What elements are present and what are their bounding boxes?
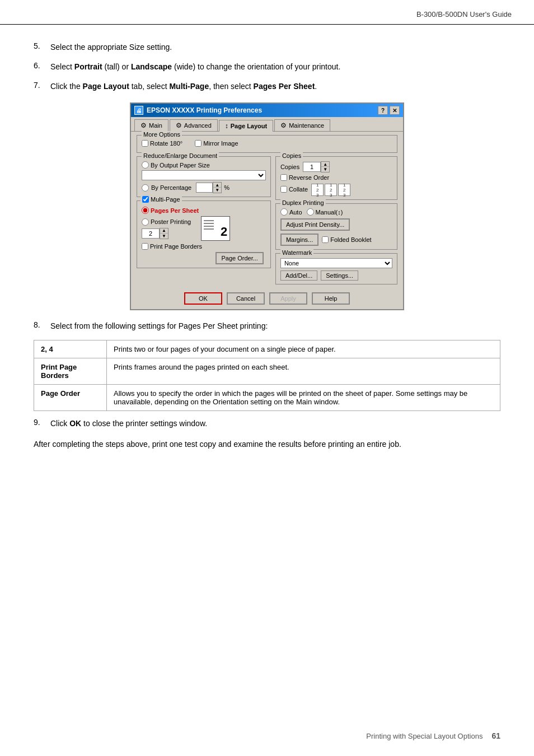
mirror-label: Mirror Image — [203, 140, 238, 147]
pages-down-arrow[interactable]: ▼ — [160, 234, 168, 239]
reverse-order-label[interactable]: Reverse Order — [280, 174, 392, 181]
copy-icon-3: 123 — [338, 184, 350, 196]
reduce-enlarge-label: Reduce/Enlarge Document — [142, 152, 219, 159]
by-output-label: By Output Paper Size — [151, 162, 210, 169]
pages-up-arrow[interactable]: ▲ — [160, 228, 168, 234]
copies-down-arrow[interactable]: ▼ — [321, 167, 329, 172]
left-column: Reduce/Enlarge Document By Output Paper … — [137, 156, 271, 288]
dialog-tabs: ⚙ Main ⚙ Advanced ↕ Page Layout ⚙ Mainte… — [131, 117, 403, 131]
manual-radio[interactable] — [307, 208, 314, 216]
page-order-button[interactable]: Page Order... — [216, 252, 263, 264]
percent-symbol: % — [224, 184, 229, 191]
pages-per-sheet-row: Pages Per Sheet — [142, 207, 266, 214]
close-titlebar-btn[interactable]: ✕ — [390, 106, 400, 115]
tab-page-layout-label: Page Layout — [231, 123, 267, 129]
watermark-group-label: Watermark — [280, 249, 313, 256]
apply-button[interactable]: Apply — [269, 292, 307, 305]
advanced-tab-icon: ⚙ — [176, 122, 182, 129]
page-header: B-300/B-500DN User's Guide — [0, 0, 534, 25]
tab-page-layout[interactable]: ↕ Page Layout — [219, 120, 273, 132]
settings-button[interactable]: Settings... — [321, 270, 358, 281]
copies-group: Copies Copies 1 ▲ ▼ — [275, 156, 397, 200]
help-titlebar-btn[interactable]: ? — [378, 106, 388, 115]
folded-booklet-label[interactable]: Folded Booklet — [322, 236, 371, 243]
table-cell-desc-3: Allows you to specify the order in which… — [107, 385, 500, 411]
output-select-row — [142, 170, 266, 180]
rotate-checkbox-label[interactable]: Rotate 180° — [142, 140, 182, 147]
preview-lines — [204, 220, 214, 230]
by-percentage-radio[interactable] — [142, 184, 149, 192]
cancel-button[interactable]: Cancel — [227, 292, 265, 305]
poster-printing-col: Poster Printing 2 ▲ ▼ — [142, 218, 191, 239]
more-options-group: More Options Rotate 180° Mirror Image — [137, 135, 397, 153]
dialog-columns: Reduce/Enlarge Document By Output Paper … — [137, 156, 397, 288]
manual-radio-label[interactable]: Manual(↕) — [307, 208, 343, 216]
collate-label[interactable]: Collate — [280, 186, 308, 193]
watermark-select[interactable]: None — [280, 258, 392, 268]
auto-radio[interactable] — [280, 208, 288, 216]
collate-checkbox[interactable] — [280, 186, 287, 193]
page-order-row: Page Order... — [142, 252, 266, 264]
reverse-order-row: Reverse Order — [280, 174, 392, 181]
tab-maintenance-label: Maintenance — [289, 122, 324, 129]
tab-main[interactable]: ⚙ Main — [134, 119, 168, 131]
duplex-group-label: Duplex Printing — [280, 199, 326, 206]
copies-field-label: Copies — [280, 164, 299, 170]
poster-and-preview-row: Poster Printing 2 ▲ ▼ — [142, 216, 266, 241]
preview-line-4 — [204, 228, 214, 230]
multi-page-group: Multi-Page Pages Per Sheet — [137, 200, 271, 268]
ok-button[interactable]: OK — [184, 292, 222, 305]
by-output-radio[interactable] — [142, 161, 149, 169]
mirror-checkbox[interactable] — [195, 140, 202, 147]
folded-booklet-checkbox[interactable] — [322, 236, 329, 243]
pages-per-sheet-radio[interactable] — [142, 207, 149, 214]
table-row-2: Print PageBorders Prints frames around t… — [34, 358, 500, 385]
step-6-number: 6. — [34, 61, 50, 70]
pages-per-sheet-label: Pages Per Sheet — [151, 207, 199, 214]
add-del-button[interactable]: Add/Del... — [280, 270, 317, 281]
help-dialog-button[interactable]: Help — [312, 292, 350, 305]
multi-page-checkbox[interactable] — [142, 196, 149, 203]
mirror-checkbox-label[interactable]: Mirror Image — [195, 140, 238, 147]
poster-printing-radio[interactable] — [142, 218, 149, 226]
step-8-text: Select from the following settings for P… — [50, 320, 268, 332]
rotate-checkbox[interactable] — [142, 140, 148, 147]
print-page-borders-label[interactable]: Print Page Borders — [142, 243, 266, 250]
dialog-body: More Options Rotate 180° Mirror Image — [131, 131, 403, 309]
step-9-text: Click OK to close the printer settings w… — [50, 418, 207, 430]
copies-up-arrow[interactable]: ▲ — [321, 162, 329, 167]
percentage-spin-arrows: ▲ ▼ — [213, 182, 222, 193]
percentage-down-arrow[interactable]: ▼ — [213, 188, 221, 193]
poster-printing-radio-label[interactable]: Poster Printing — [142, 218, 191, 226]
print-page-borders-row: Print Page Borders — [142, 243, 266, 250]
watermark-group: Watermark None Add/Del... Settings... — [275, 253, 397, 284]
table-cell-desc-1: Prints two or four pages of your documen… — [107, 340, 500, 358]
tab-advanced[interactable]: ⚙ Advanced — [170, 119, 218, 131]
reverse-order-checkbox[interactable] — [280, 174, 287, 181]
titlebar-controls: ? ✕ — [378, 106, 400, 115]
copies-input[interactable]: 1 — [303, 162, 321, 172]
pages-per-sheet-input[interactable]: 2 — [142, 228, 160, 239]
print-page-borders-checkbox[interactable] — [142, 243, 148, 250]
copies-spinbox: 1 ▲ ▼ — [303, 161, 330, 172]
maintenance-tab-icon: ⚙ — [280, 122, 287, 129]
tab-main-label: Main — [149, 122, 162, 129]
percentage-up-arrow[interactable]: ▲ — [213, 183, 221, 188]
collate-text: Collate — [289, 186, 308, 193]
tab-maintenance[interactable]: ⚙ Maintenance — [274, 119, 330, 131]
by-output-row: By Output Paper Size — [142, 161, 266, 169]
auto-radio-label[interactable]: Auto — [280, 208, 302, 216]
footer-section-label: Printing with Special Layout Options — [366, 732, 483, 740]
pages-per-sheet-radio-label[interactable]: Pages Per Sheet — [142, 207, 266, 214]
reduce-enlarge-group: Reduce/Enlarge Document By Output Paper … — [137, 156, 271, 197]
table-row-3: Page Order Allows you to specify the ord… — [34, 385, 500, 411]
by-output-radio-label[interactable]: By Output Paper Size — [142, 161, 266, 169]
adjust-density-button[interactable]: Adjust Print Density... — [280, 218, 350, 231]
by-percentage-radio-label[interactable]: By Percentage ▲ ▼ % — [142, 182, 266, 193]
titlebar-left: 🖨 EPSON XXXXX Printing Preferences — [134, 106, 262, 115]
percentage-input[interactable] — [196, 183, 213, 193]
margins-button[interactable]: Margins... — [280, 234, 318, 246]
output-select[interactable] — [142, 170, 266, 180]
watermark-select-row: None — [280, 258, 392, 268]
multi-page-checkbox-label[interactable]: Multi-Page — [142, 196, 180, 203]
